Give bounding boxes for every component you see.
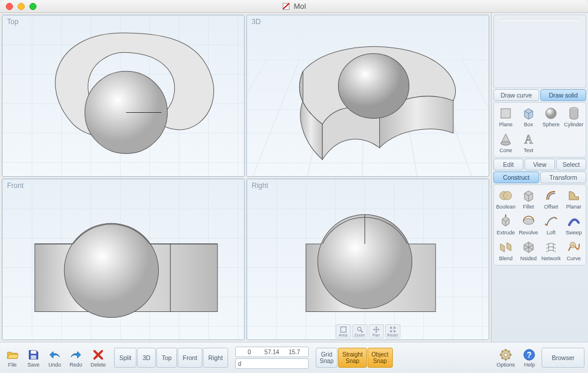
tool-sphere[interactable]: Sphere bbox=[540, 105, 562, 129]
xform-tabs: Construct Transform bbox=[493, 172, 586, 183]
viewport-nav: Area Zoom Pan Reset bbox=[336, 324, 400, 338]
info-panel bbox=[493, 15, 586, 88]
view-front[interactable]: Front bbox=[178, 348, 203, 368]
tab-transform[interactable]: Transform bbox=[540, 172, 586, 183]
view-right[interactable]: Right bbox=[203, 348, 228, 368]
redo-icon bbox=[69, 348, 82, 361]
viewport-right[interactable]: Right Area Zoom Pan Reset bbox=[246, 179, 489, 341]
sidebar: Draw curve Draw solid Plane Box Sphere C… bbox=[491, 13, 588, 342]
svg-rect-25 bbox=[31, 355, 36, 358]
viewport-drawing bbox=[247, 179, 489, 341]
help-button[interactable]: ?Help bbox=[520, 347, 538, 369]
tool-extrude[interactable]: Extrude bbox=[495, 213, 517, 237]
redo-button[interactable]: Redo bbox=[67, 347, 85, 369]
svg-point-27 bbox=[504, 353, 507, 357]
folder-open-icon bbox=[6, 348, 19, 361]
view-split[interactable]: Split bbox=[114, 348, 136, 368]
svg-text:A: A bbox=[524, 133, 533, 146]
tool-blend[interactable]: Blend bbox=[495, 238, 517, 263]
nav-pan[interactable]: Pan bbox=[369, 324, 384, 338]
help-icon: ? bbox=[523, 348, 536, 361]
file-button[interactable]: File bbox=[4, 347, 21, 369]
options-button[interactable]: Options bbox=[494, 347, 517, 369]
browser-button[interactable]: Browser bbox=[542, 348, 584, 368]
view-buttons: Split 3D Top Front Right bbox=[114, 348, 228, 368]
view-top[interactable]: Top bbox=[156, 348, 177, 368]
viewport-front[interactable]: Front bbox=[2, 179, 245, 341]
save-icon bbox=[27, 348, 40, 361]
undo-button[interactable]: Undo bbox=[46, 347, 64, 369]
mode-select[interactable]: Select bbox=[556, 159, 586, 170]
tool-loft[interactable]: Loft bbox=[540, 213, 562, 237]
viewport-drawing bbox=[2, 179, 244, 341]
tool-boolean[interactable]: Boolean bbox=[495, 187, 517, 211]
footer: File Save Undo Redo Delete Split 3D Top … bbox=[0, 342, 588, 373]
tool-planar[interactable]: Planar bbox=[563, 187, 585, 211]
svg-rect-15 bbox=[501, 109, 510, 118]
window-title: Mol bbox=[282, 2, 306, 11]
window-icon bbox=[282, 2, 290, 11]
mode-buttons: Edit View Select bbox=[493, 159, 586, 170]
svg-rect-12 bbox=[340, 327, 346, 332]
viewport-top[interactable]: Top bbox=[2, 15, 245, 177]
svg-point-4 bbox=[338, 53, 409, 118]
tab-draw-solid[interactable]: Draw solid bbox=[540, 89, 586, 101]
mode-view[interactable]: View bbox=[524, 159, 554, 170]
coords-panel: 057.1415.7 d bbox=[235, 347, 309, 369]
svg-line-14 bbox=[360, 330, 363, 332]
gear-icon bbox=[499, 348, 512, 361]
tool-fillet[interactable]: Fillet bbox=[518, 187, 540, 211]
viewport-drawing bbox=[2, 15, 244, 177]
svg-point-16 bbox=[546, 108, 556, 119]
snap-buttons: GridSnap StraightSnap ObjectSnap bbox=[316, 348, 393, 368]
tool-cone[interactable]: Cone bbox=[495, 130, 517, 155]
solid-tools: Plane Box Sphere Cylinder Cone AText bbox=[493, 102, 586, 157]
tool-offset[interactable]: Offset bbox=[540, 187, 562, 211]
svg-point-18 bbox=[501, 142, 510, 145]
viewport-drawing bbox=[247, 15, 489, 177]
tab-construct[interactable]: Construct bbox=[493, 172, 539, 183]
minimize-window[interactable] bbox=[18, 3, 25, 10]
svg-rect-24 bbox=[31, 350, 36, 354]
svg-text:?: ? bbox=[527, 350, 532, 359]
delete-icon bbox=[92, 348, 105, 361]
snap-grid[interactable]: GridSnap bbox=[316, 348, 338, 368]
tool-cylinder[interactable]: Cylinder bbox=[563, 105, 585, 129]
nav-zoom[interactable]: Zoom bbox=[352, 324, 368, 338]
nav-reset[interactable]: Reset bbox=[385, 324, 400, 338]
svg-point-23 bbox=[570, 242, 576, 248]
draw-tabs: Draw curve Draw solid bbox=[493, 89, 586, 101]
snap-straight[interactable]: StraightSnap bbox=[338, 348, 366, 368]
save-button[interactable]: Save bbox=[25, 347, 42, 369]
viewport-3d[interactable]: 3D bbox=[246, 15, 489, 177]
tool-curve[interactable]: Curve bbox=[563, 238, 585, 263]
snap-object[interactable]: ObjectSnap bbox=[368, 348, 393, 368]
coords-distance[interactable]: d bbox=[235, 358, 309, 369]
tool-plane[interactable]: Plane bbox=[495, 105, 517, 129]
tool-network[interactable]: Network bbox=[540, 238, 562, 263]
undo-icon bbox=[48, 348, 61, 361]
tool-revolve[interactable]: Revolve bbox=[518, 213, 540, 237]
tool-sweep[interactable]: Sweep bbox=[563, 213, 585, 237]
tool-text[interactable]: AText bbox=[518, 130, 540, 155]
svg-point-22 bbox=[523, 219, 534, 224]
tool-box[interactable]: Box bbox=[518, 105, 540, 129]
svg-point-13 bbox=[357, 327, 360, 330]
coords-xyz[interactable]: 057.1415.7 bbox=[235, 347, 309, 357]
tab-draw-curve[interactable]: Draw curve bbox=[493, 89, 539, 101]
zoom-window[interactable] bbox=[29, 3, 36, 10]
svg-point-21 bbox=[503, 191, 512, 200]
viewports-grid: Top 3D bbox=[0, 13, 491, 342]
construct-tools: Boolean Fillet Offset Planar Extrude Rev… bbox=[493, 184, 586, 266]
tool-nsided[interactable]: Nsided bbox=[518, 238, 540, 263]
view-3d[interactable]: 3D bbox=[137, 348, 155, 368]
close-window[interactable] bbox=[6, 3, 13, 10]
delete-button[interactable]: Delete bbox=[88, 347, 108, 369]
mode-edit[interactable]: Edit bbox=[493, 159, 523, 170]
nav-area[interactable]: Area bbox=[336, 324, 351, 338]
